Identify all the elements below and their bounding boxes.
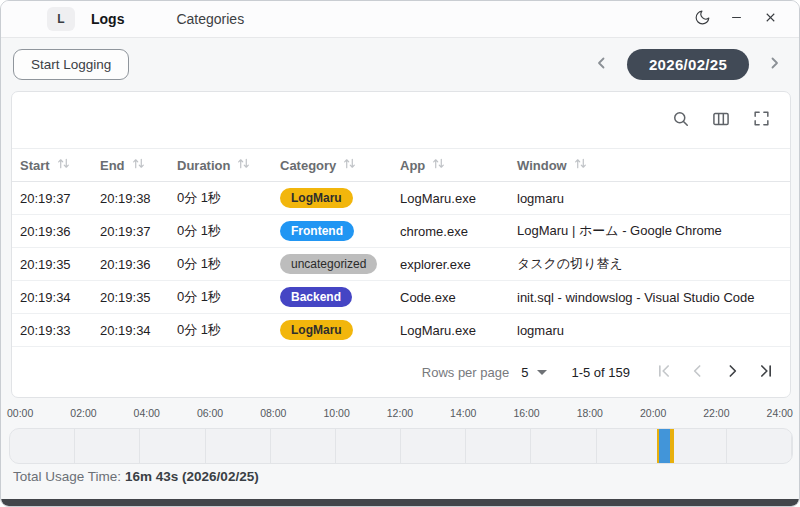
cell-app: LogMaru.exe — [392, 191, 509, 206]
column-label: End — [100, 158, 125, 173]
cell-window: init.sql - windowslog - Visual Studio Co… — [509, 290, 790, 305]
cell-duration: 0分 1秒 — [169, 288, 272, 306]
cell-start: 20:19:37 — [12, 191, 92, 206]
cell-start: 20:19:35 — [12, 257, 92, 272]
cell-category: LogMaru — [272, 320, 392, 340]
first-page-icon — [654, 361, 674, 384]
first-page-button[interactable] — [650, 358, 678, 386]
sort-icon — [342, 157, 357, 173]
timeline-cell — [401, 429, 466, 463]
tab-logs[interactable]: Logs — [83, 11, 132, 27]
table-toolbar — [12, 92, 790, 148]
cell-window: logmaru — [509, 323, 790, 338]
column-header-start[interactable]: Start — [12, 157, 92, 173]
cell-window: LogMaru | ホーム - Google Chrome — [509, 222, 790, 240]
timeline-strip — [9, 428, 793, 464]
date-navigation: 2026/02/25 — [591, 49, 785, 80]
hour-label: 12:00 — [387, 407, 413, 419]
previous-page-button[interactable] — [684, 358, 712, 386]
cell-window: タスクの切り替え — [509, 255, 790, 273]
next-page-button[interactable] — [718, 358, 746, 386]
timeline-cell — [140, 429, 205, 463]
hour-label: 20:00 — [640, 407, 666, 419]
hour-label: 14:00 — [450, 407, 476, 419]
chevron-left-icon — [593, 54, 611, 75]
chevron-left-icon — [688, 361, 708, 384]
tab-categories[interactable]: Categories — [168, 11, 252, 27]
previous-day-button[interactable] — [591, 52, 613, 77]
columns-button[interactable] — [708, 107, 734, 133]
sort-icon — [56, 157, 71, 173]
cell-category: Frontend — [272, 221, 392, 241]
column-header-duration[interactable]: Duration — [169, 157, 272, 173]
column-header-category[interactable]: Category — [272, 157, 392, 173]
theme-toggle-button[interactable] — [685, 5, 719, 33]
start-logging-button[interactable]: Start Logging — [13, 49, 129, 80]
pagination-range: 1-5 of 159 — [571, 365, 630, 380]
chevron-down-icon — [537, 370, 547, 375]
sort-icon — [236, 157, 251, 173]
cell-app: LogMaru.exe — [392, 323, 509, 338]
cell-app: explorer.exe — [392, 257, 509, 272]
timeline-cell — [727, 429, 792, 463]
cell-end: 20:19:35 — [92, 290, 169, 305]
fullscreen-button[interactable] — [748, 107, 774, 133]
column-header-end[interactable]: End — [92, 157, 169, 173]
timeline-activity-segment — [659, 429, 670, 463]
titlebar: L Logs Categories — [1, 1, 799, 38]
sort-icon — [573, 157, 588, 173]
cell-duration: 0分 1秒 — [169, 321, 272, 339]
column-header-window[interactable]: Window — [509, 157, 790, 173]
cell-duration: 0分 1秒 — [169, 255, 272, 273]
category-badge: Frontend — [280, 221, 354, 241]
last-page-icon — [756, 361, 776, 384]
timeline-cell — [10, 429, 75, 463]
table-row[interactable]: 20:19:34 20:19:35 0分 1秒 Backend Code.exe… — [12, 281, 790, 314]
cell-duration: 0分 1秒 — [169, 189, 272, 207]
category-badge: uncategorized — [280, 254, 377, 274]
cell-app: chrome.exe — [392, 224, 509, 239]
total-usage-value: 16m 43s (2026/02/25) — [125, 469, 259, 484]
cell-start: 20:19:34 — [12, 290, 92, 305]
minimize-button[interactable] — [719, 5, 753, 33]
close-icon — [763, 10, 778, 28]
hour-label: 24:00 — [767, 407, 793, 419]
column-header-app[interactable]: App — [392, 157, 509, 173]
category-badge: Backend — [280, 287, 352, 307]
hour-label: 10:00 — [323, 407, 349, 419]
table-row[interactable]: 20:19:33 20:19:34 0分 1秒 LogMaru LogMaru.… — [12, 314, 790, 347]
next-day-button[interactable] — [763, 52, 785, 77]
timeline-hour-labels: 00:00 02:00 04:00 06:00 08:00 10:00 12:0… — [7, 407, 793, 419]
cell-category: Backend — [272, 287, 392, 307]
table-row[interactable]: 20:19:37 20:19:38 0分 1秒 LogMaru LogMaru.… — [12, 182, 790, 215]
rows-per-page-select[interactable]: 5 — [521, 365, 547, 380]
cell-end: 20:19:37 — [92, 224, 169, 239]
hour-label: 16:00 — [513, 407, 539, 419]
timeline-cell — [466, 429, 531, 463]
cell-duration: 0分 1秒 — [169, 222, 272, 240]
fullscreen-icon — [752, 109, 771, 131]
window-bottom-edge — [1, 499, 799, 506]
view-columns-icon — [711, 109, 731, 132]
chevron-right-icon — [765, 54, 783, 75]
rows-per-page-label: Rows per page — [422, 365, 509, 380]
cell-app: Code.exe — [392, 290, 509, 305]
table-pagination: Rows per page 5 1-5 of 159 — [12, 347, 790, 397]
timeline-cell — [206, 429, 271, 463]
table-row[interactable]: 20:19:35 20:19:36 0分 1秒 uncategorized ex… — [12, 248, 790, 281]
search-button[interactable] — [668, 107, 694, 133]
timeline-activity-segment — [670, 429, 675, 463]
current-date-button[interactable]: 2026/02/25 — [627, 49, 749, 80]
category-badge: LogMaru — [280, 320, 353, 340]
window-frame: L Logs Categories Start Logging — [0, 0, 800, 507]
sort-icon — [431, 157, 446, 173]
close-button[interactable] — [753, 5, 787, 33]
hour-label: 04:00 — [134, 407, 160, 419]
cell-category: LogMaru — [272, 188, 392, 208]
column-label: App — [400, 158, 425, 173]
last-page-button[interactable] — [752, 358, 780, 386]
hour-label: 18:00 — [577, 407, 603, 419]
minimize-icon — [729, 10, 744, 28]
hour-label: 02:00 — [70, 407, 96, 419]
table-row[interactable]: 20:19:36 20:19:37 0分 1秒 Frontend chrome.… — [12, 215, 790, 248]
